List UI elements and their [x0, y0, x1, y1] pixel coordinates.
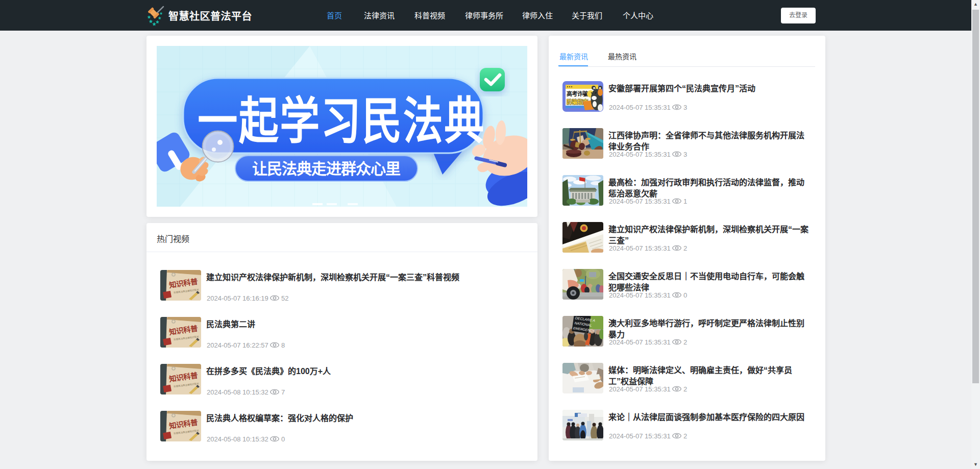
- svg-text:一起学习民法典: 一起学习民法典: [198, 93, 485, 149]
- svg-text:让民法典走进群众心里: 让民法典走进群众心里: [252, 160, 400, 177]
